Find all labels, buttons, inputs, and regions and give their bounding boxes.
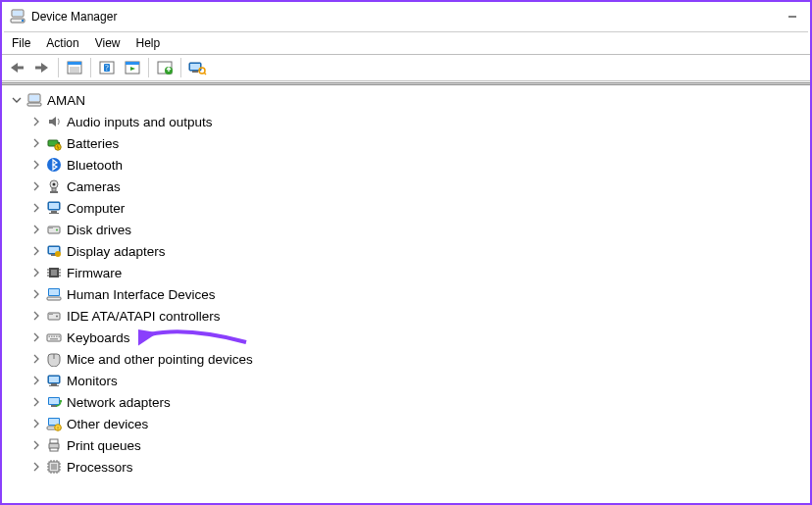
toolbar-forward-button[interactable]: [30, 57, 54, 78]
svg-rect-83: [50, 439, 58, 443]
tree-category[interactable]: Print queues: [4, 434, 808, 456]
svg-line-24: [204, 73, 206, 75]
svg-rect-26: [29, 95, 39, 101]
tree-category[interactable]: Bluetooth: [4, 154, 808, 176]
menu-bar: File Action View Help: [2, 32, 810, 54]
svg-rect-66: [59, 336, 61, 338]
expander-closed-icon[interactable]: [29, 438, 43, 452]
expander-closed-icon[interactable]: [29, 266, 43, 279]
tree-category[interactable]: Human Interface Devices: [4, 283, 808, 305]
tree-category[interactable]: Keyboards: [4, 327, 808, 348]
expander-closed-icon[interactable]: [29, 374, 43, 387]
expander-closed-icon[interactable]: [29, 460, 43, 474]
expander-closed-icon[interactable]: [29, 395, 43, 409]
tree-category[interactable]: Processors: [4, 456, 808, 478]
monitors-icon: [45, 372, 63, 389]
svg-rect-1: [13, 11, 23, 16]
tree-category-label: Human Interface Devices: [67, 287, 216, 302]
network-adapters-icon: [45, 393, 63, 411]
device-tree[interactable]: AMAN Audio inputs and outputsBatteriesBl…: [2, 85, 810, 480]
expander-closed-icon[interactable]: [29, 417, 43, 430]
svg-rect-78: [49, 419, 59, 425]
svg-rect-5: [17, 67, 24, 70]
tree-category[interactable]: Network adapters: [4, 391, 808, 413]
device-manager-icon: [10, 9, 25, 25]
svg-rect-64: [54, 336, 56, 338]
display-adapters-icon: [45, 242, 63, 260]
svg-rect-70: [49, 377, 59, 382]
expander-closed-icon[interactable]: [29, 352, 43, 366]
tree-category[interactable]: Computer: [4, 197, 808, 219]
expander-closed-icon[interactable]: [29, 244, 43, 258]
tree-category[interactable]: Monitors: [4, 370, 808, 391]
tree-category[interactable]: Mice and other pointing devices: [4, 348, 808, 370]
tree-category[interactable]: Firmware: [4, 262, 808, 283]
svg-rect-65: [56, 336, 58, 338]
toolbar: ?: [2, 55, 810, 80]
svg-rect-86: [51, 464, 57, 470]
expander-closed-icon[interactable]: [29, 136, 43, 150]
ide-ata-atapi-controllers-icon: [45, 307, 63, 325]
tree-category-label: Cameras: [67, 179, 121, 194]
expander-open-icon[interactable]: [10, 93, 24, 107]
svg-rect-21: [190, 64, 200, 70]
expander-closed-icon[interactable]: [29, 179, 43, 193]
toolbar-back-button[interactable]: [5, 57, 28, 78]
tree-category-label: Keyboards: [67, 330, 130, 345]
menu-item-action[interactable]: Action: [40, 34, 88, 52]
computer-icon: [25, 91, 43, 109]
svg-point-46: [55, 251, 61, 257]
tree-root-label: AMAN: [47, 93, 85, 108]
svg-rect-74: [49, 398, 59, 404]
expander-closed-icon[interactable]: [29, 309, 43, 323]
tree-category-label: Display adapters: [67, 244, 166, 259]
toolbar-help-button[interactable]: ?: [95, 57, 119, 78]
tree-category[interactable]: Cameras: [4, 176, 808, 197]
mice-and-other-pointing-devices-icon: [45, 350, 63, 368]
menu-item-help[interactable]: Help: [130, 34, 171, 52]
menu-item-file[interactable]: File: [6, 34, 40, 52]
toolbar-properties-button[interactable]: [121, 57, 144, 78]
minimize-button[interactable]: [783, 10, 802, 24]
svg-rect-76: [60, 400, 62, 402]
svg-point-33: [53, 183, 56, 186]
computer-icon: [45, 199, 63, 217]
tree-category-label: Processors: [67, 460, 133, 475]
toolbar-scan-button[interactable]: [185, 57, 209, 78]
tree-root[interactable]: AMAN: [4, 89, 808, 111]
expander-closed-icon[interactable]: [29, 287, 43, 301]
svg-rect-42: [49, 227, 53, 228]
tree-category[interactable]: Audio inputs and outputs: [4, 111, 808, 132]
expander-closed-icon[interactable]: [29, 158, 43, 172]
svg-rect-8: [68, 62, 81, 65]
tree-category-label: Monitors: [67, 374, 118, 388]
tree-category-label: Mice and other pointing devices: [67, 352, 253, 367]
expander-closed-icon[interactable]: [29, 330, 43, 344]
svg-rect-27: [27, 103, 41, 106]
tree-category-label: Audio inputs and outputs: [67, 115, 213, 129]
tree-category-label: Print queues: [67, 438, 141, 453]
menu-item-view[interactable]: View: [89, 34, 130, 52]
expander-closed-icon[interactable]: [29, 115, 43, 128]
tree-category[interactable]: Disk drives: [4, 219, 808, 240]
svg-rect-35: [50, 191, 58, 193]
tree-category-label: Network adapters: [67, 395, 171, 410]
tree-category[interactable]: !Other devices: [4, 413, 808, 434]
svg-rect-39: [49, 213, 59, 214]
svg-rect-72: [49, 385, 59, 386]
svg-rect-56: [49, 289, 59, 295]
svg-rect-63: [51, 336, 53, 338]
tree-category-label: IDE ATA/ATAPI controllers: [67, 309, 221, 324]
expander-closed-icon[interactable]: [29, 223, 43, 236]
svg-rect-6: [35, 67, 42, 70]
tree-category[interactable]: Display adapters: [4, 240, 808, 262]
toolbar-update-driver-button[interactable]: [153, 57, 177, 78]
svg-rect-61: [47, 334, 61, 341]
tree-category[interactable]: Batteries: [4, 132, 808, 154]
processors-icon: [45, 458, 63, 476]
expander-closed-icon[interactable]: [29, 201, 43, 215]
keyboards-icon: [45, 328, 63, 346]
toolbar-show-hidden-button[interactable]: [63, 57, 86, 78]
window-title: Device Manager: [31, 10, 117, 24]
tree-category[interactable]: IDE ATA/ATAPI controllers: [4, 305, 808, 327]
